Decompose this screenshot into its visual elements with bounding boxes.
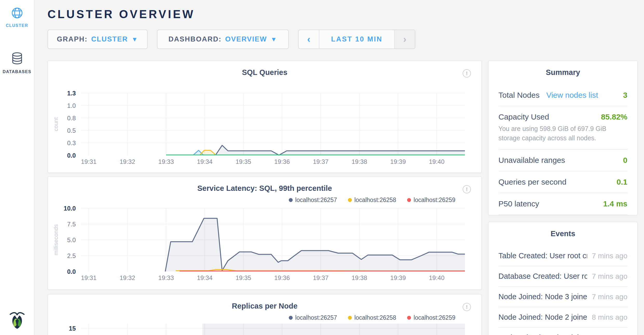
svg-text:19:39: 19:39 [390,274,406,281]
info-icon[interactable]: ! [463,303,471,311]
service-latency-chart[interactable]: 19:3119:3219:3319:3419:3519:3619:3719:38… [48,177,482,290]
svg-text:19:32: 19:32 [120,158,135,165]
events-panel: Events Table Created: User root cre... 7… [488,222,638,335]
svg-text:10.0: 10.0 [64,205,76,212]
info-icon[interactable]: ! [463,69,471,78]
chart-legend: localhost:26257 localhost:26258 localhos… [289,197,455,204]
dashboard-dropdown-value: OVERVIEW [225,35,267,43]
legend-label: localhost:26258 [354,197,396,204]
svg-text:19:31: 19:31 [81,158,97,165]
chevron-down-icon: ▼ [132,36,138,43]
events-title: Events [489,222,637,238]
svg-text:19:37: 19:37 [313,274,328,281]
legend-item: localhost:26257 [289,197,337,204]
svg-text:19:32: 19:32 [120,274,135,281]
globe-icon [11,7,23,20]
summary-row-total-nodes: Total NodesView nodes list 3 [498,85,627,106]
chart-legend: localhost:26257 localhost:26258 localhos… [289,314,455,321]
svg-text:5.0: 5.0 [67,236,76,243]
chart-title: Service Latency: SQL, 99th percentile [48,184,481,193]
graph-dropdown[interactable]: GRAPH: CLUSTER ▼ [47,30,148,49]
graph-dropdown-label: GRAPH: [57,35,88,43]
legend-dot-icon [289,316,293,320]
event-time: 7 mins ago [592,252,627,260]
capacity-caption: You are using 598.9 GiB of 697.9 GiB sto… [498,124,627,143]
sidebar-item-label: DATABASES [3,69,31,74]
summary-title: Summary [489,61,637,77]
svg-text:19:40: 19:40 [429,158,444,165]
event-text: Table Created: User root cre... [498,252,587,260]
event-text: Node Joined: Node 3 joined... [498,292,587,301]
svg-text:19:36: 19:36 [274,274,290,281]
sidebar-item-databases[interactable]: DATABASES [0,52,34,74]
controls-row: GRAPH: CLUSTER ▼ DASHBOARD: OVERVIEW ▼ ‹… [47,30,644,49]
time-window-prev-button[interactable]: ‹ [299,30,319,48]
svg-text:19:40: 19:40 [429,274,444,281]
svg-text:0.0: 0.0 [67,152,76,159]
summary-label: P50 latency [498,199,539,208]
legend-item: localhost:26258 [348,314,396,321]
event-time: 7 mins ago [592,272,627,281]
main-content: CLUSTER OVERVIEW GRAPH: CLUSTER ▼ DASHBO… [35,8,644,335]
legend-dot-icon [348,198,352,202]
event-row: Node Joined: Node 1 joined... 8 mins ago [498,328,627,335]
summary-row: P50 latency 1.4 ms [498,193,627,215]
event-row: Node Joined: Node 2 joined... 8 mins ago [498,307,627,328]
replicas-per-node-panel: 15 Replicas per Node ! localhost:26257 l… [47,294,482,335]
event-time: 8 mins ago [592,334,627,335]
summary-row-capacity: Capacity Used 85.82% You are using 598.9… [498,106,627,150]
svg-text:19:36: 19:36 [274,158,290,165]
time-window-label[interactable]: LAST 10 MIN [319,30,394,48]
event-row: Database Created: User roo... 7 mins ago [498,266,627,287]
chart-title: Replicas per Node [48,302,481,310]
event-time: 8 mins ago [592,313,627,322]
svg-text:19:33: 19:33 [158,274,174,281]
svg-text:count: count [53,117,59,131]
sidebar-item-cluster[interactable]: CLUSTER [0,7,34,28]
legend-dot-icon [407,316,411,320]
info-icon[interactable]: ! [463,185,471,193]
svg-text:19:33: 19:33 [158,158,174,165]
legend-item: localhost:26259 [407,314,455,321]
svg-text:1.3: 1.3 [67,90,76,97]
svg-text:19:37: 19:37 [313,158,328,165]
view-nodes-list-link[interactable]: View nodes list [546,91,598,99]
svg-text:0.0: 0.0 [67,268,76,275]
summary-value: 3 [623,91,627,100]
svg-text:19:39: 19:39 [390,158,406,165]
summary-label: Unavailable ranges [498,156,565,165]
summary-row: Queries per second 0.1 [498,171,627,193]
cockroachdb-bug-logo-icon [9,311,26,331]
service-latency-panel: 19:3119:3219:3319:3419:3519:3619:3719:38… [47,176,482,290]
dashboard-dropdown-label: DASHBOARD: [168,35,222,43]
sql-queries-chart[interactable]: 19:3119:3219:3319:3419:3519:3619:3719:38… [48,61,482,173]
summary-value: 0.1 [616,178,627,186]
summary-label: Total Nodes [498,91,539,99]
svg-text:0.5: 0.5 [67,127,76,134]
svg-text:19:35: 19:35 [236,274,251,281]
event-text: Node Joined: Node 2 joined... [498,313,587,322]
svg-text:19:35: 19:35 [236,158,251,165]
time-window-next-button[interactable]: › [394,30,415,48]
chevron-down-icon: ▼ [271,36,277,43]
svg-text:1.0: 1.0 [67,102,76,109]
event-time: 7 mins ago [592,293,627,301]
summary-label: Capacity Used [498,113,549,121]
dashboard-dropdown[interactable]: DASHBOARD: OVERVIEW ▼ [157,30,289,49]
svg-text:7.5: 7.5 [67,221,76,228]
right-column: Summary Total NodesView nodes list 3 Cap… [488,60,638,335]
legend-label: localhost:26257 [295,314,337,321]
sidebar: CLUSTER DATABASES [0,0,35,335]
svg-text:0.3: 0.3 [67,139,76,146]
time-window-selector: ‹ LAST 10 MIN › [298,30,415,49]
summary-value: 85.82% [601,113,627,121]
event-row: Table Created: User root cre... 7 mins a… [498,246,627,266]
event-text: Node Joined: Node 1 joined... [498,333,587,335]
event-row: Node Joined: Node 3 joined... 7 mins ago [498,287,627,307]
legend-item: localhost:26258 [348,197,396,204]
page-title: CLUSTER OVERVIEW [47,8,644,21]
legend-dot-icon [289,198,293,202]
svg-text:2.5: 2.5 [67,252,76,259]
summary-row: Unavailable ranges 0 [498,150,627,171]
event-text: Database Created: User roo... [498,272,587,281]
